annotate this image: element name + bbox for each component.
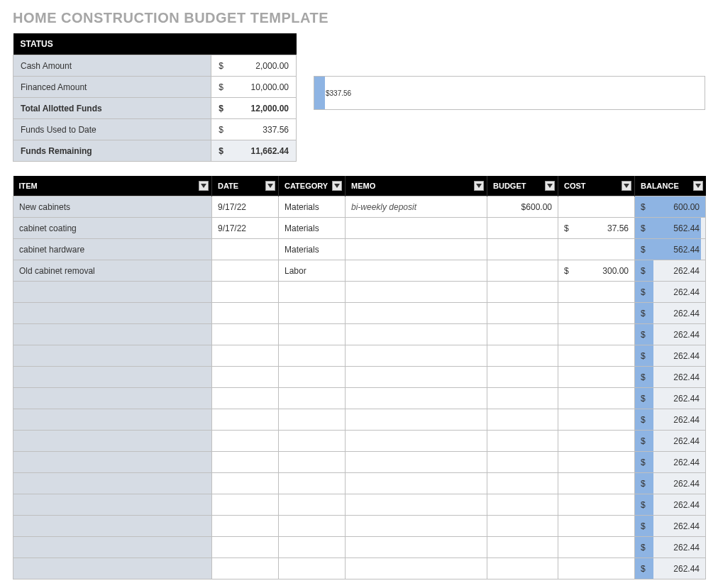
cell-memo[interactable] (346, 494, 487, 516)
cell-balance[interactable]: $262.44 (635, 409, 706, 431)
cell-date[interactable] (212, 516, 279, 537)
cell-item[interactable] (13, 282, 212, 303)
cell-memo[interactable] (346, 367, 487, 388)
cell-budget[interactable] (487, 516, 558, 537)
cell-budget[interactable] (487, 388, 558, 409)
status-value[interactable]: $337.56 (211, 119, 297, 140)
cell-balance[interactable]: $262.44 (635, 558, 706, 579)
cell-balance[interactable]: $262.44 (635, 452, 706, 473)
cell-budget[interactable] (487, 367, 558, 388)
cell-date[interactable] (212, 558, 279, 579)
cell-date[interactable] (212, 452, 279, 473)
cell-category[interactable] (279, 367, 346, 388)
status-value[interactable]: $11,662.44 (211, 140, 297, 162)
cell-category[interactable] (279, 282, 346, 303)
cell-item[interactable]: Old cabinet removal (13, 260, 212, 282)
cell-balance[interactable]: $262.44 (635, 324, 706, 345)
cell-item[interactable] (13, 494, 212, 516)
status-label[interactable]: Cash Amount (13, 55, 211, 77)
cell-item[interactable] (13, 473, 212, 494)
cell-balance[interactable]: $262.44 (635, 494, 706, 516)
cell-category[interactable]: Materials (279, 218, 346, 239)
status-label[interactable]: Funds Remaining (13, 140, 211, 162)
cell-memo[interactable] (346, 431, 487, 452)
cell-cost[interactable] (558, 431, 635, 452)
cell-category[interactable] (279, 431, 346, 452)
cell-cost[interactable] (558, 282, 635, 303)
cell-date[interactable]: 9/17/22 (212, 218, 279, 239)
cell-category[interactable] (279, 452, 346, 473)
cell-cost[interactable] (558, 367, 635, 388)
cell-balance[interactable]: $262.44 (635, 367, 706, 388)
status-label[interactable]: Financed Amount (13, 77, 211, 98)
cell-balance[interactable]: $262.44 (635, 473, 706, 494)
cell-memo[interactable] (346, 282, 487, 303)
cell-cost[interactable] (558, 494, 635, 516)
cell-cost[interactable] (558, 196, 635, 218)
cell-memo[interactable] (346, 260, 487, 282)
cell-item[interactable]: New cabinets (13, 196, 212, 218)
status-value[interactable]: $12,000.00 (211, 98, 297, 119)
cell-memo[interactable] (346, 388, 487, 409)
cell-item[interactable] (13, 558, 212, 579)
cell-item[interactable] (13, 431, 212, 452)
cell-category[interactable] (279, 303, 346, 324)
cell-date[interactable] (212, 388, 279, 409)
cell-cost[interactable] (558, 239, 635, 260)
cell-item[interactable] (13, 388, 212, 409)
status-value[interactable]: $10,000.00 (211, 77, 297, 98)
cell-budget[interactable] (487, 409, 558, 431)
cell-balance[interactable]: $262.44 (635, 388, 706, 409)
cell-balance[interactable]: $262.44 (635, 516, 706, 537)
cell-item[interactable] (13, 537, 212, 558)
cell-balance[interactable]: $562.44 (635, 218, 706, 239)
cell-date[interactable] (212, 431, 279, 452)
col-cost[interactable]: COST (558, 176, 635, 196)
cell-balance[interactable]: $262.44 (635, 537, 706, 558)
filter-icon[interactable] (545, 181, 555, 191)
cell-balance[interactable]: $262.44 (635, 345, 706, 367)
cell-cost[interactable] (558, 303, 635, 324)
cell-memo[interactable] (346, 218, 487, 239)
cell-item[interactable] (13, 409, 212, 431)
cell-cost[interactable] (558, 345, 635, 367)
cell-memo[interactable] (346, 473, 487, 494)
cell-category[interactable]: Materials (279, 196, 346, 218)
cell-balance[interactable]: $262.44 (635, 260, 706, 282)
cell-date[interactable] (212, 409, 279, 431)
cell-item[interactable] (13, 303, 212, 324)
cell-budget[interactable] (487, 452, 558, 473)
cell-balance[interactable]: $262.44 (635, 303, 706, 324)
cell-budget[interactable] (487, 282, 558, 303)
cell-category[interactable]: Materials (279, 239, 346, 260)
cell-budget[interactable] (487, 345, 558, 367)
cell-date[interactable] (212, 239, 279, 260)
cell-budget[interactable] (487, 218, 558, 239)
cell-date[interactable] (212, 345, 279, 367)
cell-balance[interactable]: $600.00 (635, 196, 706, 218)
cell-memo[interactable] (346, 324, 487, 345)
cell-item[interactable] (13, 345, 212, 367)
cell-item[interactable]: cabinet coating (13, 218, 212, 239)
cell-category[interactable] (279, 388, 346, 409)
cell-item[interactable] (13, 452, 212, 473)
cell-memo[interactable] (346, 558, 487, 579)
cell-item[interactable] (13, 324, 212, 345)
cell-cost[interactable] (558, 537, 635, 558)
cell-cost[interactable] (558, 516, 635, 537)
cell-date[interactable]: 9/17/22 (212, 196, 279, 218)
cell-budget[interactable] (487, 494, 558, 516)
status-label[interactable]: Funds Used to Date (13, 119, 211, 140)
filter-icon[interactable] (474, 181, 484, 191)
cell-category[interactable] (279, 494, 346, 516)
cell-date[interactable] (212, 303, 279, 324)
cell-cost[interactable] (558, 324, 635, 345)
cell-budget[interactable]: $600.00 (487, 196, 558, 218)
cell-date[interactable] (212, 473, 279, 494)
col-balance[interactable]: BALANCE (635, 176, 706, 196)
cell-memo[interactable] (346, 516, 487, 537)
cell-item[interactable] (13, 367, 212, 388)
cell-date[interactable] (212, 367, 279, 388)
cell-budget[interactable] (487, 431, 558, 452)
col-budget[interactable]: BUDGET (487, 176, 558, 196)
